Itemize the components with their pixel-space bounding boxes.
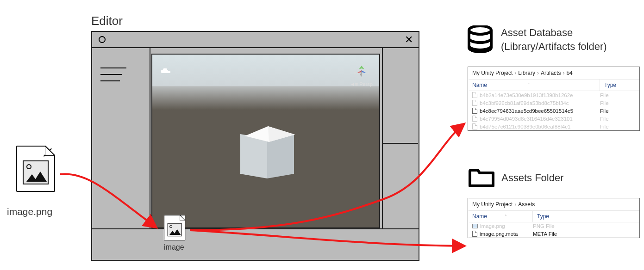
file-icon bbox=[472, 231, 477, 237]
close-icon[interactable]: ✕ bbox=[405, 34, 413, 46]
project-panel bbox=[92, 228, 419, 270]
hierarchy-panel bbox=[92, 48, 150, 228]
asset-database-sublabel: (Library/Artifacts folder) bbox=[501, 41, 607, 53]
hamburger-line bbox=[100, 74, 122, 75]
orientation-gizmo-icon[interactable]: x z bbox=[351, 59, 372, 81]
column-headers[interactable]: Nameˆ Type bbox=[468, 211, 639, 222]
projection-label: ◄≡ Persp bbox=[350, 81, 373, 87]
cloud-icon bbox=[161, 68, 171, 77]
table-row[interactable]: b4d75e7c6121c90389e0b06eaf88f4c1File bbox=[468, 123, 639, 130]
artifacts-explorer: My Unity Project›Library›Artifacts›b4 Na… bbox=[468, 67, 640, 131]
hamburger-line bbox=[100, 80, 120, 81]
table-row[interactable]: b4c79954d0493d8e3f16416d4e323101File bbox=[468, 115, 639, 123]
table-row[interactable]: b4b2a14e73e530e9b1913f1398b1262eFile bbox=[468, 91, 639, 99]
source-image-file-icon bbox=[16, 146, 55, 192]
folder-icon bbox=[469, 167, 494, 188]
source-image-file-label: image.png bbox=[7, 206, 52, 217]
svg-marker-8 bbox=[45, 146, 55, 156]
file-icon bbox=[472, 123, 477, 129]
file-icon bbox=[472, 108, 477, 114]
table-row[interactable]: image.pngPNG File bbox=[468, 222, 639, 230]
asset-database-label: Asset Database bbox=[501, 27, 573, 39]
table-row[interactable]: image.png.metaMETA File bbox=[468, 230, 639, 238]
database-icon bbox=[467, 25, 493, 54]
editor-window: ✕ x z ◄≡ Persp bbox=[91, 31, 419, 261]
table-row[interactable]: b4c8ec794631aae5cd9bee65501514c5File bbox=[468, 107, 639, 115]
file-icon bbox=[472, 116, 477, 122]
column-headers[interactable]: Nameˆ Type bbox=[468, 80, 639, 91]
scene-cube[interactable] bbox=[243, 121, 299, 176]
project-asset-icon[interactable] bbox=[164, 215, 203, 261]
assets-explorer: My Unity Project›Assets Nameˆ Type image… bbox=[468, 198, 640, 238]
svg-text:z: z bbox=[368, 71, 370, 74]
hamburger-line bbox=[100, 68, 126, 68]
assets-folder-label: Assets Folder bbox=[501, 172, 564, 184]
breadcrumb[interactable]: My Unity Project›Library›Artifacts›b4 bbox=[468, 67, 639, 80]
window-control-icon[interactable] bbox=[99, 36, 106, 43]
breadcrumb[interactable]: My Unity Project›Assets bbox=[468, 198, 639, 211]
scene-view[interactable]: x z ◄≡ Persp bbox=[151, 54, 380, 228]
editor-title: Editor bbox=[91, 14, 123, 28]
svg-marker-9 bbox=[180, 215, 185, 221]
image-icon bbox=[472, 224, 478, 228]
file-icon bbox=[472, 92, 477, 98]
title-bar: ✕ bbox=[92, 32, 419, 48]
svg-marker-0 bbox=[359, 66, 364, 69]
table-row[interactable]: b4c3bf926cb81af69da53bd8c75bf34cFile bbox=[468, 99, 639, 107]
svg-text:x: x bbox=[354, 71, 356, 74]
svg-marker-1 bbox=[362, 70, 366, 73]
project-asset-label: image bbox=[164, 243, 184, 252]
file-icon bbox=[472, 100, 477, 106]
svg-marker-7 bbox=[268, 126, 295, 142]
inspector-panel bbox=[382, 48, 418, 228]
svg-point-10 bbox=[469, 26, 491, 34]
